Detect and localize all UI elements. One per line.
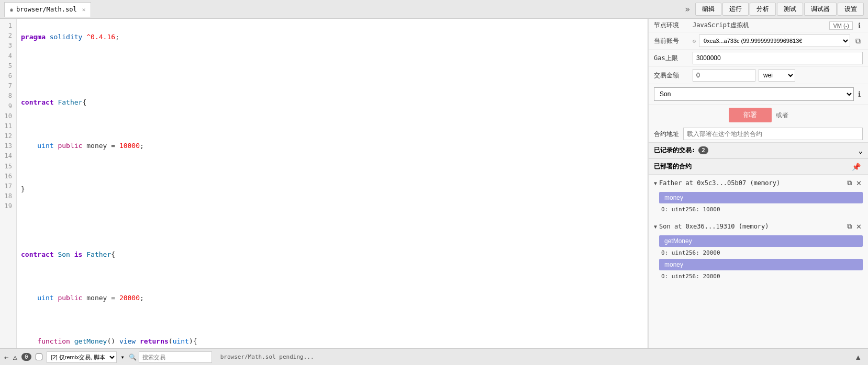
settings-btn[interactable]: 设置	[838, 3, 864, 16]
scroll-up-btn[interactable]: ▲	[852, 353, 864, 361]
account-copy-btn[interactable]: ⧉	[853, 37, 863, 45]
tx-section-expand[interactable]: ⌄	[859, 146, 863, 155]
tx-count-badge: 2	[698, 146, 708, 154]
at-row: 合约地址	[649, 126, 868, 142]
edit-btn[interactable]: 编辑	[695, 3, 721, 16]
account-label: 当前账号	[654, 37, 689, 45]
father-contract-title: Father at 0x5c3...05b07 (memory)	[659, 179, 844, 187]
code-line-1: pragma solidity ^0.4.16;	[21, 32, 643, 43]
search-icon: 🔍	[129, 353, 137, 361]
account-plus-icon: ⊕	[693, 38, 696, 44]
main-area: 1 2 3 4 5 6 7 8 9 10 11 12 13 14 15 16 1…	[0, 19, 868, 348]
at-input[interactable]	[683, 128, 863, 140]
deployed-section-header: 已部署的合约 📌	[649, 158, 868, 175]
search-input[interactable]	[139, 351, 212, 363]
father-collapse-btn[interactable]: ▼	[654, 180, 657, 186]
remix-select[interactable]: [2] 仅remix交易, 脚本	[47, 351, 117, 363]
code-line-9	[21, 206, 643, 217]
or-label: 或者	[776, 111, 788, 120]
file-icon: ◉	[10, 7, 13, 13]
son-getmoney-btn[interactable]: getMoney	[659, 235, 863, 247]
toolbar-actions: 编辑 运行 分析 测试 调试器 设置	[695, 3, 864, 16]
run-btn[interactable]: 运行	[722, 3, 749, 16]
expand-icon[interactable]: »	[682, 4, 693, 14]
deployed-label: 已部署的合约	[654, 162, 692, 171]
tab-title: browser/Math.sol	[16, 6, 77, 13]
father-contract-section: ▼ Father at 0x5c3...05b07 (memory) ⧉ ✕ m…	[649, 175, 868, 218]
son-contract-actions: ⧉ ✕	[846, 222, 863, 231]
toolbar: ◉ browser/Math.sol ✕ » 编辑 运行 分析 测试 调试器 设…	[0, 0, 868, 19]
code-line-5	[21, 119, 643, 130]
son-methods: getMoney 0: uint256: 20000 money 0: uint…	[649, 233, 868, 283]
deploy-row: 部署 或者	[649, 105, 868, 126]
code-line-6: uint public money = 10000;	[21, 141, 643, 152]
code-line-12	[21, 271, 643, 282]
gas-input[interactable]: 3000000	[693, 52, 863, 64]
gas-row: Gas上限 3000000	[649, 50, 868, 67]
father-money-btn[interactable]: money	[659, 192, 863, 203]
back-icon[interactable]: ←	[4, 353, 8, 361]
code-line-4: contract Father{	[21, 97, 643, 108]
son-contract-section: ▼ Son at 0xe36...19310 (memory) ⧉ ✕ getM…	[649, 218, 868, 285]
father-methods: money 0: uint256: 10000	[649, 189, 868, 216]
code-line-7	[21, 162, 643, 173]
son-copy-btn[interactable]: ⧉	[846, 222, 853, 231]
deployed-section-pin[interactable]: 📌	[850, 163, 863, 171]
node-env-info-btn[interactable]: ℹ	[856, 21, 863, 30]
tab-close-btn[interactable]: ✕	[82, 6, 86, 13]
father-contract-actions: ⧉ ✕	[846, 179, 863, 187]
tx-section-label: 已记录的交易:	[654, 146, 695, 155]
code-line-3	[21, 75, 643, 86]
file-tab[interactable]: ◉ browser/Math.sol ✕	[4, 2, 91, 17]
son-money-result: 0: uint256: 20000	[659, 272, 863, 281]
at-label: 合约地址	[654, 130, 680, 139]
test-btn[interactable]: 测试	[777, 3, 803, 16]
search-area: 🔍	[129, 351, 212, 363]
node-env-label: 节点环境	[654, 21, 689, 30]
code-line-10	[21, 227, 643, 238]
account-select[interactable]: 0xca3...a733c (99.999999999969813€	[699, 35, 850, 47]
right-panel: 节点环境 JavaScript虚拟机 VM (-) ℹ 当前账号 ⊕ 0xca3…	[648, 19, 868, 348]
code-lines[interactable]: pragma solidity ^0.4.16; contract Father…	[17, 19, 648, 348]
gas-label: Gas上限	[654, 54, 689, 63]
dropdown-arrow[interactable]: ▾	[121, 353, 125, 361]
code-line-8: }	[21, 184, 643, 195]
debugger-btn[interactable]: 调试器	[804, 3, 837, 16]
son-close-btn[interactable]: ✕	[855, 222, 863, 231]
code-line-2	[21, 53, 643, 64]
bottom-bar: ← ⚠ 0 [2] 仅remix交易, 脚本 ▾ 🔍 browser/Math.…	[0, 348, 868, 365]
code-line-11: contract Son is Father{	[21, 249, 643, 260]
node-env-row: 节点环境 JavaScript虚拟机 VM (-) ℹ	[649, 19, 868, 32]
count-badge[interactable]: 0	[21, 353, 31, 361]
father-money-result: 0: uint256: 10000	[659, 205, 863, 214]
code-line-13: uint public money = 20000;	[21, 293, 643, 304]
father-close-btn[interactable]: ✕	[855, 179, 863, 187]
tx-unit-select[interactable]: wei	[759, 69, 795, 82]
son-collapse-btn[interactable]: ▼	[654, 224, 657, 230]
warning-icon[interactable]: ⚠	[13, 353, 17, 361]
son-contract-title: Son at 0xe36...19310 (memory)	[659, 223, 844, 230]
code-line-15: function getMoney() view returns(uint){	[21, 336, 643, 347]
son-getmoney-result: 0: uint256: 20000	[659, 248, 863, 257]
transactions-section-header: 已记录的交易: 2 ⌄	[649, 142, 868, 158]
father-copy-btn[interactable]: ⧉	[846, 179, 853, 187]
account-row: 当前账号 ⊕ 0xca3...a733c (99.999999999969813…	[649, 32, 868, 50]
tx-label: 交易金额	[654, 71, 689, 80]
code-editor[interactable]: 1 2 3 4 5 6 7 8 9 10 11 12 13 14 15 16 1…	[0, 19, 648, 348]
code-line-14	[21, 315, 643, 326]
status-text: browser/Math.sol pending...	[220, 353, 848, 360]
node-env-value: JavaScript虚拟机	[693, 21, 826, 30]
contract-info-btn[interactable]: ℹ	[856, 90, 863, 98]
node-env-vm-btn[interactable]: VM (-)	[829, 21, 853, 30]
contract-select-row: Son ℹ	[649, 84, 868, 105]
contract-select[interactable]: Son	[654, 87, 854, 101]
line-numbers: 1 2 3 4 5 6 7 8 9 10 11 12 13 14 15 16 1…	[0, 19, 17, 348]
tx-input[interactable]	[693, 69, 755, 82]
checkbox-filter[interactable]	[36, 353, 42, 360]
father-contract-header: ▼ Father at 0x5c3...05b07 (memory) ⧉ ✕	[649, 177, 868, 189]
analyze-btn[interactable]: 分析	[750, 3, 776, 16]
son-money-btn[interactable]: money	[659, 259, 863, 270]
tx-value-row: 交易金额 wei	[649, 67, 868, 84]
son-contract-header: ▼ Son at 0xe36...19310 (memory) ⧉ ✕	[649, 220, 868, 233]
deploy-btn[interactable]: 部署	[729, 108, 772, 122]
